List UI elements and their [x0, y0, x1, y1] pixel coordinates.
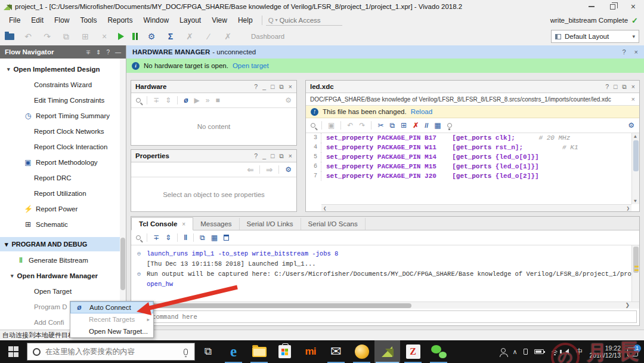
- back-arrow-icon[interactable]: ⇐: [247, 165, 253, 174]
- settings-gear-icon[interactable]: ⚙: [146, 32, 157, 41]
- flownav-report-methodology[interactable]: ▣ Report Methodology: [0, 155, 126, 170]
- maximize-icon[interactable]: □: [271, 83, 274, 91]
- generate-bitstream-icon[interactable]: [132, 33, 138, 40]
- columns-icon[interactable]: ▦: [211, 233, 218, 242]
- people-icon[interactable]: [501, 348, 506, 353]
- notification-icon[interactable]: 1: [627, 347, 638, 356]
- tray-misc-icon[interactable]: [524, 349, 528, 355]
- flownav-generate-bitstream[interactable]: ‖ Generate Bitstream: [0, 253, 126, 268]
- code-editor[interactable]: 3set_property PACKAGE_PIN B17 [get_ports…: [306, 133, 639, 211]
- forward-arrow-icon[interactable]: ⇒: [266, 165, 273, 174]
- quick-access-box[interactable]: Q▾: [266, 16, 342, 26]
- console-horizontal-scrollbar[interactable]: ❯: [131, 302, 639, 309]
- pause-icon[interactable]: ‖: [184, 233, 187, 242]
- close-tab-icon[interactable]: ×: [182, 221, 185, 227]
- menu-view[interactable]: View: [206, 14, 233, 26]
- flownav-report-clock-interaction[interactable]: Report Clock Interaction: [0, 139, 126, 155]
- quick-access-input[interactable]: [280, 17, 331, 24]
- flownav-report-clock-networks[interactable]: Report Clock Networks: [0, 124, 126, 139]
- menu-flow[interactable]: Flow: [49, 14, 75, 26]
- reload-link[interactable]: Reload: [411, 108, 432, 115]
- taskbar-mail[interactable]: ✉: [323, 340, 349, 363]
- copy-icon[interactable]: ⧉: [200, 233, 205, 242]
- columns-icon[interactable]: ▦: [434, 121, 441, 130]
- gear-icon[interactable]: ⚙: [285, 165, 292, 174]
- close-file-icon[interactable]: ×: [628, 96, 635, 103]
- undo-icon[interactable]: ↶: [23, 32, 33, 41]
- start-button[interactable]: [0, 340, 27, 363]
- restore-button[interactable]: [610, 4, 615, 10]
- dashboard-label[interactable]: Dashboard: [251, 33, 284, 40]
- run-icon[interactable]: ▶: [194, 96, 199, 104]
- flownav-open-target[interactable]: Open Target: [0, 284, 126, 299]
- close-button[interactable]: ×: [631, 4, 636, 10]
- minimize-panel-icon[interactable]: —: [115, 49, 121, 56]
- expand-all-icon[interactable]: ⇕: [96, 49, 101, 56]
- layout-selector[interactable]: Default Layout ▾: [551, 30, 639, 43]
- menu-auto-connect[interactable]: ø Auto Connect: [70, 302, 153, 313]
- close-icon[interactable]: ×: [631, 83, 635, 91]
- taskbar-search[interactable]: [27, 343, 195, 361]
- paste-icon[interactable]: ⊞: [401, 121, 407, 130]
- help-icon[interactable]: ?: [254, 83, 258, 91]
- properties-panel-header[interactable]: Properties ? _ □ ⧉ ×: [131, 150, 296, 162]
- redo-icon[interactable]: ↷: [42, 32, 52, 41]
- flownav-edit-timing-constraints[interactable]: Edit Timing Constraints: [0, 93, 126, 108]
- flownav-report-power[interactable]: ⚡ Report Power: [0, 201, 126, 217]
- collapse-marker-icon[interactable]: ⊖: [131, 269, 147, 279]
- gear-icon[interactable]: ⚙: [628, 121, 634, 130]
- taskbar-store[interactable]: [272, 340, 298, 363]
- menu-help[interactable]: Help: [233, 14, 258, 26]
- flownav-program-and-debug[interactable]: ▾ PROGRAM AND DEBUG: [0, 237, 126, 251]
- minimize-icon[interactable]: _: [262, 152, 266, 160]
- minimize-icon[interactable]: _: [262, 83, 266, 91]
- help-icon[interactable]: ?: [254, 152, 258, 160]
- console-vertical-scrollbar[interactable]: [631, 245, 639, 302]
- tray-clock[interactable]: 19:22 2018/12/13: [589, 344, 621, 359]
- flownav-report-drc[interactable]: Report DRC: [0, 170, 126, 186]
- copy-icon[interactable]: ⧉: [61, 32, 72, 41]
- open-target-link[interactable]: Open target: [233, 62, 269, 69]
- taskbar-mi[interactable]: mi: [298, 340, 323, 363]
- delete-icon[interactable]: ×: [99, 32, 110, 41]
- search-icon[interactable]: [136, 98, 141, 103]
- tray-expand-icon[interactable]: ∧: [512, 348, 517, 356]
- copy-icon[interactable]: ⧉: [390, 121, 395, 130]
- maximize-icon[interactable]: □: [614, 83, 617, 91]
- gear-icon[interactable]: ⚙: [285, 96, 292, 104]
- toggle-comment-icon[interactable]: //: [425, 122, 428, 129]
- ime-indicator[interactable]: 中: [575, 347, 583, 357]
- editor-vertical-scrollbar[interactable]: ▲▼: [631, 133, 639, 204]
- float-icon[interactable]: ⧉: [279, 152, 284, 160]
- flownav-open-implemented-design[interactable]: ▾ Open Implemented Design: [0, 61, 126, 77]
- flow-navigator-scrollbar[interactable]: [120, 59, 126, 330]
- taskbar-file-explorer[interactable]: [246, 340, 272, 363]
- expand-all-icon[interactable]: ⇕: [165, 96, 171, 104]
- maximize-icon[interactable]: □: [271, 152, 274, 160]
- search-icon[interactable]: [311, 123, 315, 128]
- run-status-text[interactable]: write_bitstream Complete: [550, 17, 628, 24]
- editor-panel-header[interactable]: led.xdc ? □ ⧉ ×: [306, 81, 639, 93]
- close-icon[interactable]: ×: [634, 48, 638, 56]
- collapse-all-icon[interactable]: ∓: [153, 233, 159, 242]
- flownav-open-hardware-manager[interactable]: ▾ Open Hardware Manager: [0, 268, 126, 284]
- flownav-schematic[interactable]: ⊞ Schematic: [0, 217, 126, 232]
- lightbulb-icon[interactable]: [447, 123, 452, 128]
- flownav-constraints-wizard[interactable]: Constraints Wizard: [0, 77, 126, 93]
- collapse-all-icon[interactable]: ∓: [86, 49, 91, 56]
- speaker-icon[interactable]: [565, 349, 569, 355]
- float-icon[interactable]: ⧉: [622, 83, 627, 91]
- save-icon[interactable]: ▣: [328, 121, 335, 130]
- stop-icon[interactable]: ■: [215, 96, 219, 104]
- taskbar-qq[interactable]: [349, 340, 374, 363]
- cut-icon[interactable]: ✂: [377, 121, 383, 130]
- tab-messages[interactable]: Messages: [193, 218, 239, 230]
- menu-open-new-target[interactable]: Open New Target...: [70, 325, 153, 337]
- clear-console-icon[interactable]: [224, 235, 229, 241]
- delete-icon[interactable]: ✗: [413, 121, 419, 130]
- flownav-report-utilization[interactable]: Report Utilization: [0, 186, 126, 201]
- menu-recent-targets[interactable]: Recent Targets ▸: [70, 313, 153, 325]
- clear-icon[interactable]: ✗: [222, 32, 233, 41]
- menu-edit[interactable]: Edit: [26, 14, 49, 26]
- menu-reports[interactable]: Reports: [102, 14, 138, 26]
